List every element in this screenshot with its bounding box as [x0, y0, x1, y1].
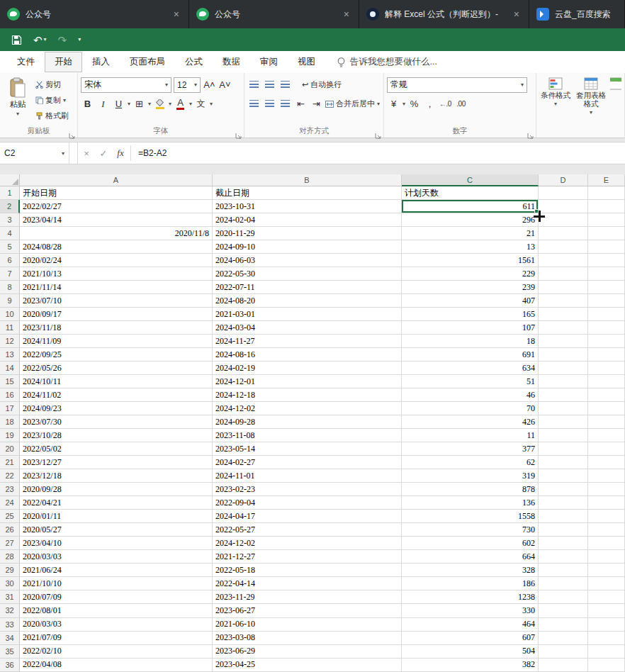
cell-A8[interactable]: 2021/11/14	[20, 281, 213, 294]
wrap-text-button[interactable]: ↩ 自动换行	[302, 78, 342, 92]
align-center-button[interactable]	[263, 96, 276, 111]
ribbon-tab-文件[interactable]: 文件	[7, 52, 45, 72]
cell-B13[interactable]: 2024-08-16	[213, 348, 402, 362]
font-color-caret-icon[interactable]: ▾	[189, 101, 192, 107]
cell-A9[interactable]: 2023/07/10	[20, 294, 213, 308]
cell-E13[interactable]	[588, 348, 625, 362]
cell-C6[interactable]: 1561	[402, 254, 539, 267]
cell-C3[interactable]: 296	[402, 213, 539, 227]
cell-D3[interactable]	[539, 213, 588, 227]
tab-close-icon[interactable]: ×	[342, 9, 351, 20]
ribbon-tab-公式[interactable]: 公式	[175, 52, 213, 72]
cell-B26[interactable]: 2022-05-27	[213, 523, 402, 537]
cell-A7[interactable]: 2021/10/13	[20, 267, 213, 281]
row-header-29[interactable]: 29	[0, 564, 20, 577]
cell-A30[interactable]: 2021/10/10	[20, 577, 213, 590]
cell-B35[interactable]: 2023-06-29	[213, 645, 402, 659]
name-box[interactable]: C2 ▾	[0, 142, 69, 164]
borders-button[interactable]: ⊞	[133, 96, 146, 111]
cell-C14[interactable]: 634	[402, 362, 539, 375]
cell-B32[interactable]: 2023-06-27	[213, 604, 402, 617]
column-header-B[interactable]: B	[213, 174, 402, 186]
row-header-30[interactable]: 30	[0, 577, 20, 590]
cell-E35[interactable]	[588, 645, 625, 659]
cell-A22[interactable]: 2023/12/18	[20, 469, 213, 483]
align-middle-button[interactable]	[263, 77, 276, 92]
cell-E4[interactable]	[588, 227, 625, 240]
cell-D2[interactable]	[539, 200, 588, 213]
cell-D19[interactable]	[539, 429, 588, 442]
cell-A11[interactable]: 2023/11/18	[20, 321, 213, 335]
cell-D6[interactable]	[539, 254, 588, 267]
cell-C20[interactable]: 377	[402, 442, 539, 456]
cell-A27[interactable]: 2023/04/10	[20, 537, 213, 550]
cell-C1[interactable]: 计划天数	[402, 186, 539, 200]
cell-B8[interactable]: 2022-07-11	[213, 281, 402, 294]
cell-D18[interactable]	[539, 415, 588, 429]
cell-C35[interactable]: 504	[402, 645, 539, 659]
decrease-indent-button[interactable]: ⇤	[294, 96, 308, 111]
cell-D20[interactable]	[539, 442, 588, 456]
font-size-select[interactable]: 12 ▾	[174, 77, 201, 93]
ribbon-tab-开始[interactable]: 开始	[45, 52, 82, 72]
increase-decimal-button[interactable]: ←.0	[439, 96, 452, 111]
cell-B3[interactable]: 2024-02-04	[213, 213, 402, 227]
cell-B34[interactable]: 2023-03-08	[213, 632, 402, 645]
cell-E2[interactable]	[588, 200, 625, 213]
row-header-35[interactable]: 35	[0, 645, 20, 659]
cell-A28[interactable]: 2020/03/03	[20, 550, 213, 564]
cell-E33[interactable]	[588, 618, 625, 632]
cell-B4[interactable]: 2020-11-29	[213, 227, 402, 240]
cell-A14[interactable]: 2022/05/26	[20, 362, 213, 375]
comma-style-button[interactable]: ,	[423, 96, 437, 111]
cell-B22[interactable]: 2024-11-01	[213, 469, 402, 483]
cell-D13[interactable]	[539, 348, 588, 362]
cell-E10[interactable]	[588, 308, 625, 321]
font-dialog-launcher-icon[interactable]	[235, 129, 242, 136]
cell-C32[interactable]: 330	[402, 604, 539, 617]
cell-D27[interactable]	[539, 537, 588, 550]
cell-E23[interactable]	[588, 483, 625, 496]
cell-A26[interactable]: 2020/05/27	[20, 523, 213, 537]
increase-indent-button[interactable]: ⇥	[310, 96, 323, 111]
cell-C7[interactable]: 229	[402, 267, 539, 281]
cell-E30[interactable]	[588, 577, 625, 590]
underline-caret-icon[interactable]: ▾	[128, 101, 130, 107]
redo-button[interactable]: ↷	[58, 35, 67, 45]
cell-C29[interactable]: 328	[402, 564, 539, 577]
cell-E6[interactable]	[588, 254, 625, 267]
align-left-button[interactable]	[247, 96, 261, 111]
browser-tab[interactable]: 公众号×	[0, 0, 189, 28]
cell-A18[interactable]: 2023/07/30	[20, 415, 213, 429]
column-header-A[interactable]: A	[20, 174, 213, 186]
ribbon-tab-数据[interactable]: 数据	[213, 52, 250, 72]
cell-D35[interactable]	[539, 645, 588, 659]
cell-B33[interactable]: 2021-06-10	[213, 618, 402, 632]
cell-E3[interactable]	[588, 213, 625, 227]
cell-E16[interactable]	[588, 388, 625, 402]
cell-A19[interactable]: 2023/10/28	[20, 429, 213, 442]
cell-C2[interactable]: 611	[402, 200, 539, 213]
row-header-28[interactable]: 28	[0, 550, 20, 564]
column-header-E[interactable]: E	[588, 174, 625, 186]
ribbon-tab-插入[interactable]: 插入	[82, 52, 120, 72]
cell-E36[interactable]	[588, 659, 625, 672]
number-dialog-launcher-icon[interactable]	[527, 129, 534, 136]
cell-A12[interactable]: 2024/11/09	[20, 335, 213, 348]
format-as-table-button[interactable]: 套用表格格式 ▾	[575, 76, 607, 117]
ribbon-tab-视图[interactable]: 视图	[288, 52, 325, 72]
cell-B30[interactable]: 2022-04-14	[213, 577, 402, 590]
row-header-20[interactable]: 20	[0, 442, 20, 456]
cell-B19[interactable]: 2023-11-08	[213, 429, 402, 442]
row-header-8[interactable]: 8	[0, 281, 20, 294]
cell-C16[interactable]: 46	[402, 388, 539, 402]
cell-B20[interactable]: 2023-05-14	[213, 442, 402, 456]
cell-C9[interactable]: 407	[402, 294, 539, 308]
cell-C8[interactable]: 239	[402, 281, 539, 294]
browser-tab[interactable]: 解释 Excel 公式（判断迟到）-×	[359, 0, 529, 28]
cell-C25[interactable]: 1558	[402, 510, 539, 523]
cell-A29[interactable]: 2021/06/24	[20, 564, 213, 577]
cell-B24[interactable]: 2022-09-04	[213, 496, 402, 510]
cell-C31[interactable]: 1238	[402, 590, 539, 604]
cell-A6[interactable]: 2020/02/24	[20, 254, 213, 267]
